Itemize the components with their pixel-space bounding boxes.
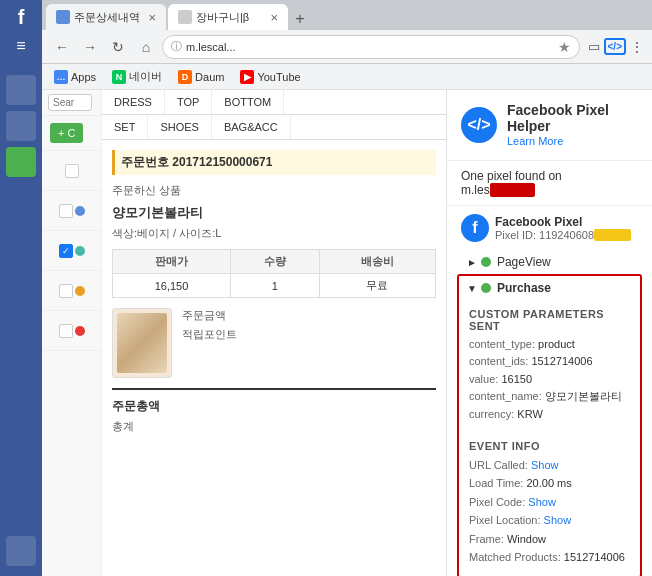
bookmark-naver-label: 네이버	[129, 69, 162, 84]
redacted-url: ale.co.kr	[490, 183, 535, 197]
nav-tab-dress[interactable]: DRESS	[102, 90, 165, 114]
lock-icon: ⓘ	[171, 39, 182, 54]
pageview-dot-icon	[481, 257, 491, 267]
fb-sidebar-item-3[interactable]	[6, 147, 36, 177]
forward-button[interactable]: →	[78, 35, 102, 59]
nav-tab-top[interactable]: TOP	[165, 90, 212, 114]
cell-shipping: 무료	[319, 274, 435, 298]
event-info-frame: Frame: Window	[469, 531, 630, 548]
hamburger-icon[interactable]: ≡	[16, 37, 25, 55]
extensions-icon[interactable]: </>	[604, 38, 626, 55]
back-button[interactable]: ←	[50, 35, 74, 59]
purchase-event-box: ▼ Purchase CUSTOM PARAMETERS SENT conten…	[457, 274, 642, 576]
checkbox-2[interactable]	[59, 204, 73, 218]
address-text[interactable]: m.lescal...	[186, 41, 558, 53]
more-tools-icon[interactable]: ⋮	[630, 39, 644, 55]
content-area: + C ✓	[42, 90, 652, 576]
checkbox-5[interactable]	[59, 324, 73, 338]
naver-icon: N	[112, 70, 126, 84]
address-bar: ← → ↻ ⌂ ⓘ m.lescal... ★ ▭ </> ⋮	[42, 30, 652, 64]
nav-tab-bottom[interactable]: BOTTOM	[212, 90, 284, 114]
pixel-entry-info: Facebook Pixel Pixel ID: 119240608748000	[495, 215, 638, 241]
search-input[interactable]	[48, 94, 92, 111]
checkbox-4[interactable]	[59, 284, 73, 298]
pixel-entry-header: f Facebook Pixel Pixel ID: 1192406087480…	[447, 206, 652, 250]
checkbox-item-5[interactable]	[42, 311, 101, 351]
event-info-matched-products: Matched Products: 1512714006	[469, 549, 630, 566]
add-button[interactable]: + C	[50, 123, 83, 143]
purchase-dot-icon	[481, 283, 491, 293]
content-main: 주문번호 201712150000671 주문하신 상품 양모기본볼라티 색상:…	[102, 140, 446, 444]
dot-orange-icon	[75, 286, 85, 296]
col-shipping: 배송비	[319, 250, 435, 274]
pageview-event-row[interactable]: ► PageView	[447, 250, 652, 274]
tab-order-detail[interactable]: 주문상세내역 ×	[46, 4, 166, 30]
fb-sidebar-item-2[interactable]	[6, 111, 36, 141]
pixel-helper-title: Facebook Pixel Helper	[507, 102, 638, 134]
dot-red-icon	[75, 326, 85, 336]
fb-sidebar-item-bottom[interactable]	[6, 536, 36, 566]
checkbox-item-2[interactable]	[42, 191, 101, 231]
nav-tab-set[interactable]: SET	[102, 115, 148, 139]
reload-button[interactable]: ↻	[106, 35, 130, 59]
tab-close-2[interactable]: ×	[270, 10, 278, 25]
checkbox-1[interactable]	[65, 164, 79, 178]
learn-more-link[interactable]: Learn More	[507, 135, 563, 147]
tab-favicon-1	[56, 10, 70, 24]
checkbox-item-1[interactable]	[42, 151, 101, 191]
tab-close-1[interactable]: ×	[148, 10, 156, 25]
browser-window: 주문상세내역 × 장바구니|β × + ← → ↻ ⌂ ⓘ m.lescal..…	[42, 0, 652, 576]
fb-logo-icon: f	[18, 6, 25, 29]
checkbox-item-3[interactable]: ✓	[42, 231, 101, 271]
tabs-bar: 주문상세내역 × 장바구니|β × +	[42, 0, 652, 30]
pixel-code-link[interactable]: Show	[528, 496, 556, 508]
product-table: 판매가 수량 배송비 16,150 1 무료	[112, 249, 436, 298]
pixel-helper-icon: </>	[461, 107, 497, 143]
nav-tab-bag[interactable]: BAG&ACC	[212, 115, 291, 139]
order-info: 주문금액 적립포인트	[182, 308, 436, 378]
bookmarks-bar: … Apps N 네이버 D Daum ▶ YouTube	[42, 64, 652, 90]
page-content: DRESS TOP BOTTOM SET SHOES BAG&ACC 주문번호 …	[102, 90, 447, 576]
nav-tabs: DRESS TOP BOTTOM	[102, 90, 446, 115]
col-qty: 수량	[231, 250, 320, 274]
bookmark-youtube-label: YouTube	[257, 71, 300, 83]
bookmark-star-icon[interactable]: ★	[558, 39, 571, 55]
tab-title-1: 주문상세내역	[74, 10, 144, 25]
table-row: 16,150 1 무료	[113, 274, 436, 298]
points-row: 적립포인트	[182, 327, 436, 342]
points-label: 적립포인트	[182, 327, 237, 342]
nav-tab-shoes[interactable]: SHOES	[148, 115, 212, 139]
bookmark-naver[interactable]: N 네이버	[108, 67, 166, 86]
order-summary: 주문금액 적립포인트	[112, 308, 436, 378]
param-currency: currency: KRW	[469, 407, 630, 422]
dot-teal-icon	[75, 246, 85, 256]
facebook-sidebar: f ≡	[0, 0, 42, 576]
product-detail: 색상:베이지 / 사이즈:L	[112, 226, 436, 241]
address-box: ⓘ m.lescal... ★	[162, 35, 580, 59]
event-info-load-time: Load Time: 20.00 ms	[469, 475, 630, 492]
bookmark-daum[interactable]: D Daum	[174, 68, 228, 86]
youtube-icon: ▶	[240, 70, 254, 84]
order-amount-row: 주문금액	[182, 308, 436, 323]
checkbox-3-checked[interactable]: ✓	[59, 244, 73, 258]
param-content-name: content_name: 양모기본볼라티	[469, 389, 630, 404]
pixel-entry: f Facebook Pixel Pixel ID: 1192406087480…	[447, 206, 652, 576]
purchase-event-row[interactable]: ▼ Purchase	[459, 276, 640, 300]
bookmark-youtube[interactable]: ▶ YouTube	[236, 68, 304, 86]
total-section: 주문총액 총계	[112, 388, 436, 434]
event-info-url-called: URL Called: Show	[469, 457, 630, 474]
url-called-link[interactable]: Show	[531, 459, 559, 471]
tab-cart[interactable]: 장바구니|β ×	[168, 4, 288, 30]
checkbox-item-4[interactable]	[42, 271, 101, 311]
fb-sidebar-item-1[interactable]	[6, 75, 36, 105]
home-button[interactable]: ⌂	[134, 35, 158, 59]
pixel-location-link[interactable]: Show	[544, 514, 572, 526]
section-title: 주문하신 상품	[112, 183, 436, 198]
bookmark-apps[interactable]: … Apps	[50, 68, 100, 86]
new-tab-button[interactable]: +	[290, 8, 310, 30]
cell-price: 16,150	[113, 274, 231, 298]
pixel-helper-panel: </> Facebook Pixel Helper Learn More One…	[447, 90, 652, 576]
cast-icon[interactable]: ▭	[588, 39, 600, 54]
total-row: 주문총액	[112, 398, 436, 415]
params-title: CUSTOM PARAMETERS SENT	[469, 308, 630, 332]
